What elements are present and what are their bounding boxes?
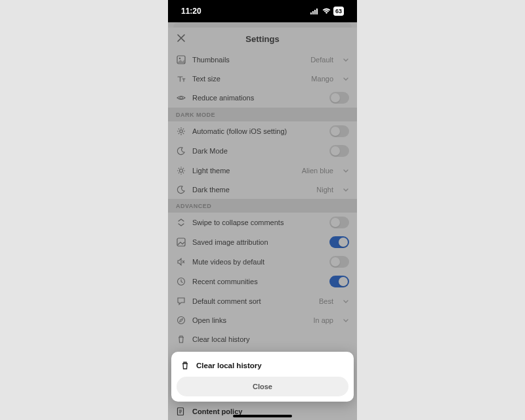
- row-dark-mode[interactable]: Dark Mode: [168, 141, 357, 161]
- page-title: Settings: [168, 34, 357, 44]
- toggle[interactable]: [329, 236, 349, 248]
- row-image-attribution[interactable]: Saved image attribution: [168, 232, 357, 252]
- row-thumbnails[interactable]: Thumbnails Default: [168, 50, 357, 69]
- toggle[interactable]: [329, 92, 349, 104]
- chevron-down-icon: [343, 317, 349, 324]
- row-recent-communities[interactable]: Recent communities: [168, 272, 357, 291]
- row-auto-dark[interactable]: Automatic (follow iOS setting): [168, 121, 357, 141]
- sheet-clear-history[interactable]: Clear local history: [177, 357, 348, 377]
- chevron-down-icon: [343, 167, 349, 174]
- trash-icon: [176, 334, 186, 344]
- row-content-policy[interactable]: Content policy: [168, 403, 357, 420]
- trash-icon: [180, 361, 190, 370]
- toggle[interactable]: [329, 256, 349, 268]
- value: Alien blue: [302, 167, 333, 175]
- label: Clear local history: [192, 335, 349, 343]
- signal-icon: [310, 8, 320, 14]
- label: Mute videos by default: [192, 258, 323, 266]
- svg-point-7: [179, 130, 182, 133]
- text-size-icon: [176, 74, 186, 83]
- collapse-icon: [176, 218, 186, 228]
- sheet-close-button[interactable]: Close: [177, 377, 348, 396]
- clock: 11:20: [181, 7, 201, 16]
- compass-icon: [176, 315, 186, 325]
- toggle[interactable]: [329, 145, 349, 157]
- label: Automatic (follow iOS setting): [192, 127, 323, 135]
- chevron-down-icon: [343, 75, 349, 82]
- svg-point-6: [180, 96, 182, 99]
- action-sheet: Clear local history Close: [171, 352, 354, 402]
- svg-point-5: [178, 57, 180, 58]
- svg-point-8: [179, 169, 182, 172]
- eye-icon: [176, 93, 186, 103]
- svg-point-11: [177, 316, 184, 324]
- label: Dark theme: [192, 186, 310, 194]
- section-dark-mode: DARK MODE: [168, 108, 357, 121]
- row-mute-videos[interactable]: Mute videos by default: [168, 252, 357, 272]
- mute-icon: [176, 257, 186, 267]
- value: Mango: [311, 75, 333, 83]
- label: Swipe to collapse comments: [192, 219, 323, 226]
- svg-rect-0: [310, 12, 312, 14]
- svg-rect-2: [314, 10, 316, 14]
- comment-icon: [176, 296, 186, 306]
- row-swipe-collapse[interactable]: Swipe to collapse comments: [168, 213, 357, 232]
- chevron-down-icon: [343, 56, 349, 63]
- label: Reduce animations: [192, 94, 323, 102]
- chevron-down-icon: [343, 186, 349, 193]
- svg-rect-1: [312, 11, 314, 14]
- row-reduce-animations[interactable]: Reduce animations: [168, 88, 357, 108]
- chevron-down-icon: [343, 298, 349, 304]
- toggle[interactable]: [329, 217, 349, 228]
- document-icon: [176, 407, 186, 416]
- row-light-theme[interactable]: Light theme Alien blue: [168, 161, 357, 180]
- status-right: 63: [310, 7, 344, 16]
- sheet-title: Clear local history: [196, 362, 262, 369]
- image-icon: [176, 238, 186, 247]
- wifi-icon: [322, 8, 331, 14]
- label: Saved image attribution: [192, 238, 323, 246]
- label: Light theme: [192, 167, 295, 175]
- label: Dark Mode: [192, 147, 323, 155]
- battery-indicator: 63: [333, 7, 344, 16]
- label: Text size: [192, 75, 304, 83]
- value: Best: [319, 297, 333, 305]
- row-comment-sort[interactable]: Default comment sort Best: [168, 291, 357, 310]
- svg-rect-3: [316, 9, 318, 14]
- value: Night: [316, 186, 333, 194]
- section-advanced: ADVANCED: [168, 199, 357, 213]
- clock-icon: [176, 277, 186, 287]
- image-icon: [176, 54, 186, 64]
- value: Default: [310, 56, 333, 64]
- row-clear-history[interactable]: Clear local history: [168, 329, 357, 348]
- row-open-links[interactable]: Open links In app: [168, 310, 357, 329]
- label: Default comment sort: [192, 297, 312, 305]
- status-bar: 11:20 63: [168, 0, 357, 22]
- sheet-handle-bg: [173, 22, 352, 28]
- gear-icon: [176, 127, 186, 136]
- label: Recent communities: [192, 278, 323, 285]
- label: Open links: [192, 316, 306, 324]
- row-text-size[interactable]: Text size Mango: [168, 69, 357, 88]
- moon-icon: [176, 184, 186, 194]
- close-icon[interactable]: [176, 33, 188, 45]
- label: Thumbnails: [192, 56, 304, 64]
- moon-icon: [176, 146, 186, 156]
- row-dark-theme[interactable]: Dark theme Night: [168, 180, 357, 199]
- toggle[interactable]: [329, 276, 349, 287]
- home-indicator: [233, 415, 292, 417]
- phone-frame: 11:20 63 Settings Thumbnails: [168, 0, 357, 420]
- titlebar: Settings: [168, 28, 357, 50]
- toggle[interactable]: [329, 125, 349, 137]
- screen: Settings Thumbnails Default Text size Ma…: [168, 22, 357, 420]
- value: In app: [313, 316, 333, 324]
- sun-icon: [176, 165, 186, 175]
